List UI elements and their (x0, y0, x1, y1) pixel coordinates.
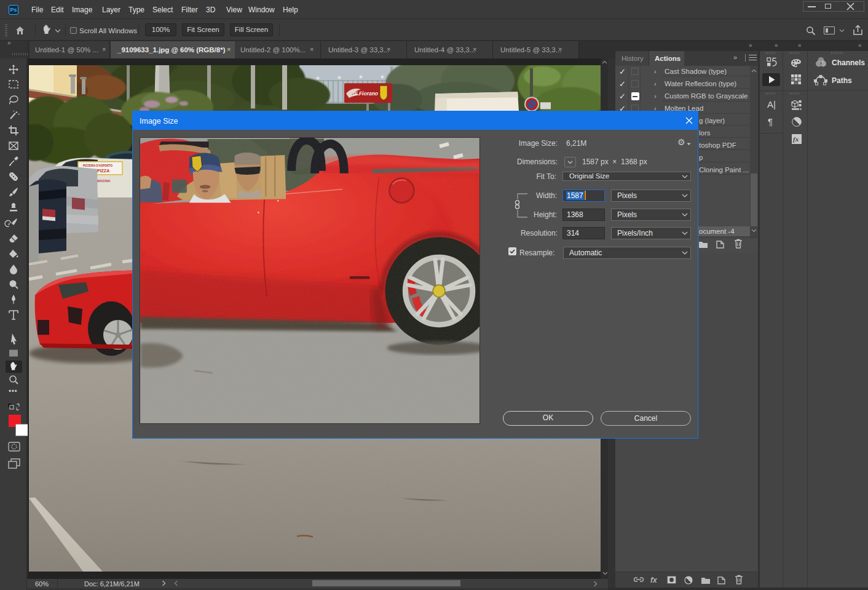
svg-text:fx: fx (793, 135, 799, 143)
svg-text:di Fiorano: di Fiorano (353, 90, 378, 97)
svg-text:PIZZERIA D'ASPORTO: PIZZERIA D'ASPORTO (83, 164, 112, 167)
